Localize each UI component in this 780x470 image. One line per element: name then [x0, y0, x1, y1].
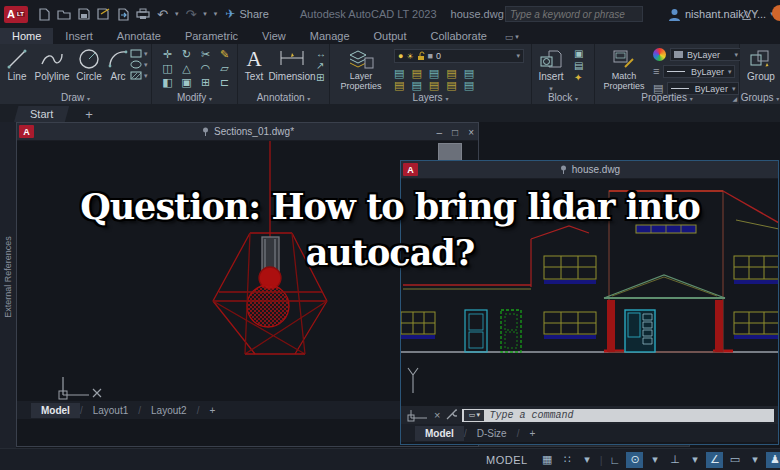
groups-panel-label[interactable]: Groups ▾	[740, 92, 780, 103]
circle-button[interactable]: Circle	[74, 47, 104, 82]
maximize-button[interactable]: □	[452, 127, 458, 138]
snap-mode-toggle[interactable]: ∷	[559, 452, 576, 468]
sections-tab-layout2[interactable]: Layout2	[141, 403, 197, 418]
dynamic-input-toggle[interactable]: ▭	[726, 452, 743, 468]
save-icon[interactable]	[78, 8, 90, 20]
modify-panel-label[interactable]: Modify ▾	[152, 92, 237, 103]
polar-caret-icon[interactable]: ▾	[646, 452, 663, 468]
search-input[interactable]	[506, 9, 648, 20]
redo-caret-icon[interactable]: ▾	[203, 10, 207, 18]
text-button[interactable]: A Text	[242, 47, 266, 82]
house-window-titlebar[interactable]: A house.dwg	[401, 161, 778, 179]
linear-dimension-icon[interactable]: ↔	[316, 49, 326, 59]
command-history-button[interactable]: ▭▾	[464, 410, 484, 421]
copy-icon[interactable]: ◫	[158, 62, 177, 76]
rotate-icon[interactable]: ↻	[177, 48, 196, 62]
erase-icon[interactable]: ✎	[215, 48, 234, 62]
tab-annotate[interactable]: Annotate	[105, 28, 173, 44]
tab-start[interactable]: Start	[14, 106, 69, 122]
tab-view[interactable]: View	[250, 28, 298, 44]
array-icon[interactable]: ⊞	[196, 76, 215, 90]
layer-dropdown[interactable]: ● ☀ ■ 0 ▾	[394, 49, 524, 63]
layer-properties-button[interactable]: Layer Properties	[332, 47, 390, 91]
wrench-icon[interactable]	[445, 409, 457, 421]
scale-icon[interactable]: ▣	[177, 76, 196, 90]
autodesk-access-button[interactable]: △ ▾	[742, 0, 757, 28]
isodraft-toggle[interactable]: ⊥	[666, 452, 683, 468]
open-folder-icon[interactable]	[57, 8, 71, 20]
command-line-input[interactable]: ▭▾ Type a command	[462, 409, 774, 422]
offset-icon[interactable]: ▱	[215, 62, 234, 76]
app-logo-icon[interactable]: A LT	[4, 6, 28, 23]
share-button[interactable]: ✈ Share	[225, 7, 268, 21]
tab-insert[interactable]: Insert	[53, 28, 105, 44]
customize-toolbar-caret-icon[interactable]: ▾	[214, 10, 218, 18]
draw-panel-label[interactable]: Draw ▾	[0, 92, 151, 103]
annotation-panel-label[interactable]: Annotation ▾	[238, 92, 329, 103]
stretch-icon[interactable]: ◧	[158, 76, 177, 90]
annotation-visibility-toggle[interactable]: ♟	[766, 452, 780, 468]
save-as-icon[interactable]	[97, 8, 110, 20]
layer-unisolate-button[interactable]: ▤	[411, 79, 421, 92]
house-new-layout-button[interactable]: +	[519, 426, 545, 441]
osnap-toggle[interactable]: ∠	[706, 452, 723, 468]
tab-output[interactable]: Output	[362, 28, 419, 44]
table-icon[interactable]: ⊞	[316, 73, 326, 83]
line-button[interactable]: Line	[4, 47, 30, 82]
ribbon-display-toggle[interactable]: ▭▾	[505, 32, 519, 44]
properties-panel-label[interactable]: Properties ▾	[595, 92, 739, 103]
color-wheel-icon[interactable]	[653, 48, 666, 61]
sections-window-titlebar[interactable]: A Sections_01.dwg* – □ ×	[17, 123, 478, 141]
explode-icon[interactable]: ⊏	[215, 76, 234, 90]
move-icon[interactable]: ✛	[158, 48, 177, 62]
layer-thaw-button[interactable]: ▤	[429, 79, 439, 92]
redo-icon[interactable]: ↷	[185, 8, 196, 21]
hatch-tool-button[interactable]: ▾	[130, 71, 148, 80]
export-icon[interactable]	[117, 8, 129, 21]
tab-collaborate[interactable]: Collaborate	[419, 28, 499, 44]
minimize-button[interactable]: –	[437, 127, 443, 138]
properties-launcher-icon[interactable]: ◢	[732, 95, 737, 102]
layer-walk-button[interactable]: ▤	[464, 79, 474, 92]
layers-panel-label[interactable]: Layers ▾	[330, 92, 531, 103]
close-button[interactable]: ×	[468, 127, 474, 138]
user-account-button[interactable]: nishant.naikVY... ▾	[668, 0, 774, 28]
object-color-dropdown[interactable]: ByLayer ▾	[670, 48, 742, 61]
sections-tab-model[interactable]: Model	[31, 403, 80, 418]
edit-block-icon[interactable]: ▤	[574, 61, 583, 71]
layer-unlock-all-button[interactable]: ▤	[446, 79, 456, 92]
leader-icon[interactable]: ↗	[316, 61, 326, 71]
trim-icon[interactable]: ✂	[196, 48, 215, 62]
tab-home[interactable]: Home	[0, 28, 53, 44]
layer-make-current-button[interactable]: ▤	[394, 79, 404, 92]
undo-icon[interactable]: ↶	[157, 8, 168, 21]
house-tab-dsize[interactable]: D-Size	[467, 426, 517, 441]
undo-caret-icon[interactable]: ▾	[175, 10, 179, 18]
block-panel-label[interactable]: Block ▾	[532, 92, 594, 103]
house-tab-model[interactable]: Model	[415, 426, 464, 441]
grid-display-toggle[interactable]: ▦	[539, 452, 556, 468]
mirror-icon[interactable]: △	[177, 62, 196, 76]
dimension-button[interactable]: Dimension	[266, 47, 318, 82]
lineweight-dropdown[interactable]: ByLayer ▾	[663, 65, 735, 78]
ellipse-tool-button[interactable]: ▾	[130, 60, 148, 69]
close-command-icon[interactable]: ×	[434, 409, 440, 421]
group-button[interactable]: Group	[743, 47, 779, 82]
match-properties-button[interactable]: Match Properties	[597, 47, 651, 91]
lineweight-icon[interactable]: ≡	[653, 67, 659, 76]
fillet-icon[interactable]: ◠	[196, 62, 215, 76]
new-file-icon[interactable]	[38, 8, 50, 21]
sections-new-layout-button[interactable]: +	[199, 403, 225, 418]
insert-block-button[interactable]: Insert ▾	[534, 47, 568, 93]
create-block-icon[interactable]: ▣	[574, 49, 583, 59]
tab-parametric[interactable]: Parametric	[173, 28, 250, 44]
external-references-palette-tab[interactable]: External References	[0, 122, 16, 448]
snap-caret-icon[interactable]: ▾	[579, 452, 596, 468]
tab-manage[interactable]: Manage	[298, 28, 362, 44]
isodraft-caret-icon[interactable]: ▾	[686, 452, 703, 468]
new-drawing-tab-button[interactable]: +	[79, 107, 99, 122]
osnap-caret-icon[interactable]: ▾	[746, 452, 763, 468]
polyline-button[interactable]: Polyline	[32, 47, 72, 82]
sections-tab-layout1[interactable]: Layout1	[83, 403, 139, 418]
ortho-toggle[interactable]: ∟	[606, 452, 623, 468]
